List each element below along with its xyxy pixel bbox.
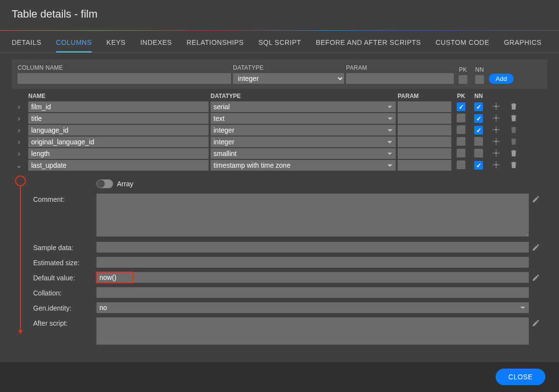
delete-icon[interactable]	[506, 137, 521, 147]
move-icon[interactable]	[488, 125, 504, 136]
comment-input[interactable]	[96, 194, 529, 236]
delete-icon[interactable]	[506, 160, 521, 171]
row-nn-checkbox[interactable]	[474, 149, 483, 157]
hdr-name: NAME	[28, 93, 209, 99]
add-datatype-select[interactable]: integer	[233, 73, 344, 84]
row-param-input[interactable]	[398, 160, 451, 171]
default-input[interactable]	[96, 272, 529, 283]
row-name-input[interactable]	[28, 113, 209, 124]
default-edit-icon[interactable]	[529, 272, 542, 283]
array-label: Array	[117, 180, 133, 188]
default-highlight	[96, 272, 133, 283]
add-param-label: PARAM	[346, 64, 454, 71]
add-nn-checkbox[interactable]	[475, 75, 484, 84]
tab-columns[interactable]: COLUMNS	[56, 37, 92, 53]
row-param-input[interactable]	[398, 137, 451, 147]
after-input[interactable]	[96, 317, 529, 345]
column-rows: ›serial›text›integer›integer›smallint⌄ti…	[12, 101, 547, 171]
row-param-input[interactable]	[398, 101, 451, 112]
delete-icon[interactable]	[506, 149, 521, 159]
row-datatype-select[interactable]: integer	[211, 137, 396, 147]
comment-label: Comment:	[33, 194, 96, 203]
comment-edit-icon[interactable]	[529, 194, 542, 205]
tab-graphics[interactable]: GRAPHICS	[504, 37, 541, 52]
table-row: ›text	[12, 113, 547, 124]
row-nn-checkbox[interactable]	[474, 137, 483, 146]
row-pk-checkbox[interactable]	[457, 149, 465, 157]
row-name-input[interactable]	[28, 160, 209, 171]
hdr-datatype: DATATYPE	[211, 93, 396, 99]
row-pk-checkbox[interactable]	[457, 125, 465, 134]
gen-label: Gen.identity:	[33, 302, 96, 312]
add-pk-checkbox[interactable]	[459, 75, 467, 84]
chevron-right-icon[interactable]: ›	[12, 150, 26, 157]
row-name-input[interactable]	[28, 148, 209, 159]
row-datatype-select[interactable]: integer	[211, 125, 396, 136]
chevron-right-icon[interactable]: ›	[12, 138, 26, 146]
table-row: ›smallint	[12, 148, 547, 159]
hdr-param: PARAM	[398, 93, 451, 99]
move-icon[interactable]	[488, 102, 504, 112]
tab-keys[interactable]: KEYS	[106, 37, 125, 52]
row-pk-checkbox[interactable]	[457, 137, 465, 146]
chevron-right-icon[interactable]: ›	[12, 115, 26, 122]
chevron-right-icon[interactable]: ›	[12, 103, 26, 111]
delete-icon[interactable]	[506, 102, 521, 112]
move-icon[interactable]	[488, 149, 504, 159]
delete-icon[interactable]	[506, 114, 521, 124]
row-pk-checkbox[interactable]	[457, 102, 465, 111]
gen-select[interactable]: no	[96, 302, 529, 313]
footer: CLOSE	[0, 362, 559, 392]
table-row: ›serial	[12, 101, 547, 112]
move-icon[interactable]	[488, 160, 504, 171]
sample-input[interactable]	[96, 242, 529, 253]
row-param-input[interactable]	[398, 148, 451, 159]
move-icon[interactable]	[488, 137, 504, 147]
row-nn-checkbox[interactable]	[474, 102, 483, 111]
row-name-input[interactable]	[28, 125, 209, 136]
tab-bar: DETAILS COLUMNS KEYS INDEXES RELATIONSHI…	[0, 31, 559, 53]
row-param-input[interactable]	[398, 125, 451, 136]
row-datatype-select[interactable]: serial	[211, 101, 396, 112]
row-datatype-select[interactable]: smallint	[211, 148, 396, 159]
chevron-right-icon[interactable]: ›	[12, 126, 26, 134]
row-datatype-select[interactable]: timestamp with time zone	[211, 160, 396, 171]
row-pk-checkbox[interactable]	[457, 160, 465, 169]
table-row: ›integer	[12, 137, 547, 147]
row-name-input[interactable]	[28, 137, 209, 147]
tab-sqlscript[interactable]: SQL SCRIPT	[258, 37, 301, 52]
table-row: ›integer	[12, 125, 547, 136]
tab-before-after[interactable]: BEFORE AND AFTER SCRIPTS	[316, 37, 421, 52]
column-detail-panel: Array Comment: Sample data: Estimated si…	[12, 172, 547, 346]
add-param-input[interactable]	[346, 73, 454, 84]
row-pk-checkbox[interactable]	[457, 114, 465, 122]
est-label: Estimated size:	[33, 257, 96, 267]
row-param-input[interactable]	[398, 113, 451, 124]
move-icon[interactable]	[488, 114, 504, 124]
chevron-down-icon[interactable]: ⌄	[12, 161, 26, 169]
tab-details[interactable]: DETAILS	[12, 37, 41, 52]
row-nn-checkbox[interactable]	[474, 114, 483, 123]
sample-edit-icon[interactable]	[529, 242, 542, 253]
add-nn-label: NN	[475, 66, 484, 73]
delete-icon[interactable]	[506, 125, 521, 136]
est-input[interactable]	[96, 257, 529, 268]
close-button[interactable]: CLOSE	[496, 369, 545, 385]
row-datatype-select[interactable]: text	[211, 113, 396, 124]
row-name-input[interactable]	[28, 101, 209, 112]
row-nn-checkbox[interactable]	[474, 161, 483, 170]
after-edit-icon[interactable]	[529, 317, 542, 329]
tab-custom[interactable]: CUSTOM CODE	[436, 37, 489, 52]
after-label: After script:	[33, 317, 96, 327]
separator	[0, 30, 559, 31]
collation-label: Collation:	[33, 287, 96, 297]
collation-input[interactable]	[96, 287, 529, 298]
add-button[interactable]: Add	[489, 74, 514, 84]
column-list-header: NAME DATATYPE PARAM PK NN	[12, 89, 547, 101]
content-area: COLUMN NAME DATATYPE integer PARAM PK NN…	[0, 53, 559, 357]
array-toggle[interactable]: Array	[96, 179, 133, 188]
row-nn-checkbox[interactable]	[474, 126, 483, 135]
add-colname-input[interactable]	[18, 73, 231, 84]
tab-indexes[interactable]: INDEXES	[140, 37, 172, 52]
tab-relationships[interactable]: RELATIONSHIPS	[187, 37, 244, 52]
